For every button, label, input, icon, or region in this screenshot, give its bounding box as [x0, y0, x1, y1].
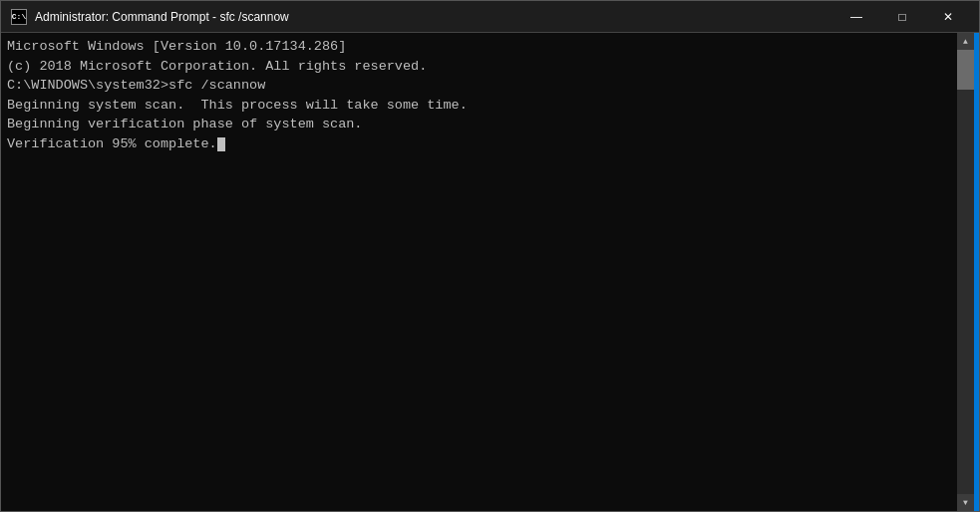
maximize-button[interactable]: □ [879, 1, 925, 33]
scrollbar-thumb-area [957, 50, 974, 494]
right-border-accent [974, 33, 979, 511]
terminal-line: C:\WINDOWS\system32>sfc /scannow [7, 76, 951, 96]
window-title: Administrator: Command Prompt - sfc /sca… [35, 10, 289, 24]
title-bar-controls: — □ ✕ [833, 1, 971, 33]
cmd-icon: C:\ [11, 9, 27, 25]
scrollbar[interactable]: ▲ ▼ [957, 33, 974, 511]
scrollbar-thumb[interactable] [957, 50, 974, 90]
cursor [217, 137, 225, 151]
title-bar-left: C:\ Administrator: Command Prompt - sfc … [11, 9, 289, 25]
terminal-content[interactable]: Microsoft Windows [Version 10.0.17134.28… [1, 33, 957, 511]
scroll-up-button[interactable]: ▲ [957, 33, 974, 50]
scroll-down-button[interactable]: ▼ [957, 494, 974, 511]
close-button[interactable]: ✕ [925, 1, 971, 33]
terminal-line: Beginning verification phase of system s… [7, 115, 951, 134]
command-prompt-window: C:\ Administrator: Command Prompt - sfc … [0, 0, 980, 512]
terminal-container: Microsoft Windows [Version 10.0.17134.28… [1, 33, 979, 511]
minimize-button[interactable]: — [833, 1, 879, 33]
terminal-line: Beginning system scan. This process will… [7, 96, 951, 116]
title-bar: C:\ Administrator: Command Prompt - sfc … [1, 1, 979, 33]
terminal-line: Microsoft Windows [Version 10.0.17134.28… [7, 37, 951, 57]
terminal-line: Verification 95% complete. [7, 134, 951, 154]
terminal-line: (c) 2018 Microsoft Corporation. All righ… [7, 57, 951, 77]
